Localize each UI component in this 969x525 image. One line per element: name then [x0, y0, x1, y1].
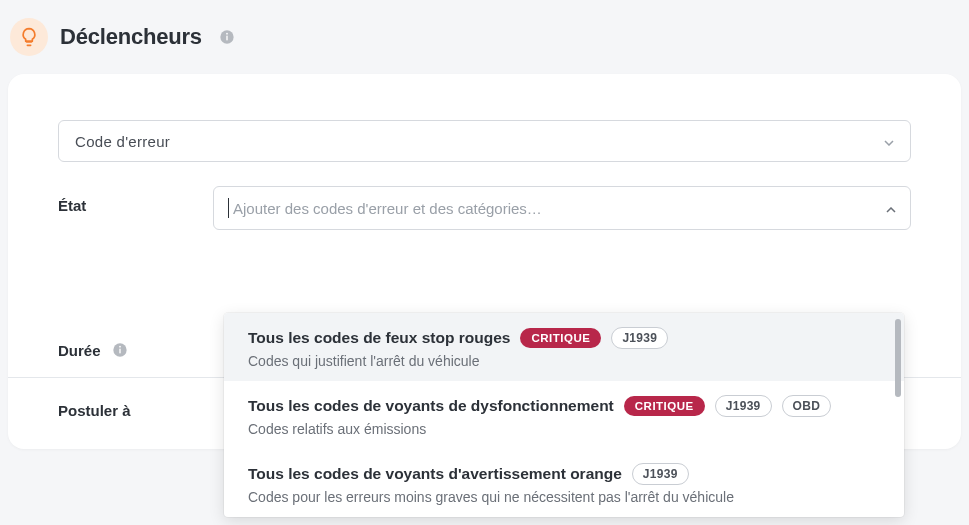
- text-cursor: [228, 198, 229, 218]
- chevron-up-icon: [886, 199, 896, 217]
- chevron-down-icon: [884, 132, 894, 150]
- badge-protocol: J1939: [611, 327, 668, 349]
- dropdown-option-desc: Codes qui justifient l'arrêt du véhicule: [248, 353, 880, 369]
- duree-label-text: Durée: [58, 342, 101, 359]
- svg-point-5: [119, 346, 121, 348]
- badge-protocol: J1939: [715, 395, 772, 417]
- triggers-panel: Code d'erreur État Ajouter des codes d'e…: [8, 74, 961, 449]
- trigger-type-value: Code d'erreur: [75, 133, 170, 150]
- etat-label: État: [58, 186, 193, 214]
- lightbulb-icon: [10, 18, 48, 56]
- dropdown-option[interactable]: Tous les codes de feux stop rouges CRITI…: [224, 313, 904, 381]
- dropdown-option[interactable]: Tous les codes de voyants de dysfonction…: [224, 381, 904, 449]
- dropdown-option[interactable]: Tous les codes de voyants d'avertissemen…: [224, 449, 904, 517]
- duree-label: Durée: [58, 330, 193, 359]
- etat-dropdown: Tous les codes de feux stop rouges CRITI…: [224, 313, 904, 517]
- svg-rect-4: [119, 349, 120, 354]
- dropdown-option-desc: Codes pour les erreurs moins graves qui …: [248, 489, 880, 505]
- etat-placeholder: Ajouter des codes d'erreur et des catégo…: [233, 200, 886, 217]
- trigger-type-select[interactable]: Code d'erreur: [58, 120, 911, 162]
- page-header: Déclencheurs: [0, 0, 969, 74]
- postuler-label: Postuler à: [58, 402, 193, 419]
- dropdown-option-desc: Codes relatifs aux émissions: [248, 421, 880, 437]
- etat-field-row: État Ajouter des codes d'erreur et des c…: [58, 186, 911, 230]
- page-title: Déclencheurs: [60, 24, 202, 50]
- etat-input[interactable]: Ajouter des codes d'erreur et des catégo…: [213, 186, 911, 230]
- badge-critical: CRITIQUE: [520, 328, 601, 348]
- dropdown-option-title: Tous les codes de voyants d'avertissemen…: [248, 465, 622, 483]
- badge-protocol: OBD: [782, 395, 832, 417]
- dropdown-option-title: Tous les codes de voyants de dysfonction…: [248, 397, 614, 415]
- svg-point-2: [226, 33, 228, 35]
- badge-protocol: J1939: [632, 463, 689, 485]
- info-icon[interactable]: [218, 28, 236, 46]
- svg-rect-1: [226, 36, 227, 41]
- info-icon[interactable]: [111, 341, 129, 359]
- scrollbar-thumb[interactable]: [895, 319, 901, 397]
- dropdown-option-title: Tous les codes de feux stop rouges: [248, 329, 510, 347]
- badge-critical: CRITIQUE: [624, 396, 705, 416]
